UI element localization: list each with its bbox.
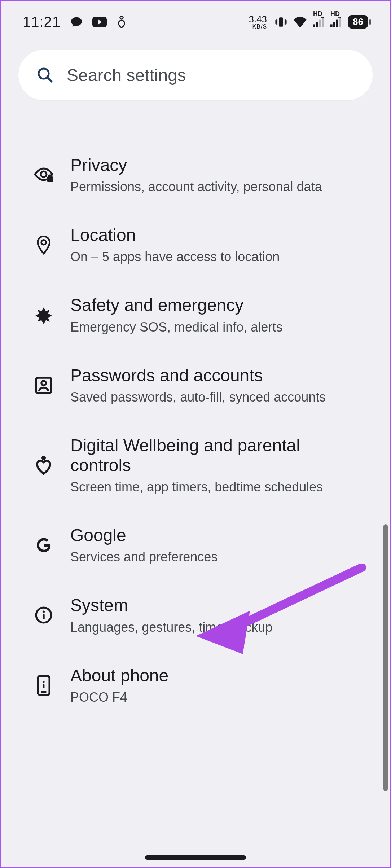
setting-subtitle: Languages, gestures, time, backup: [70, 619, 365, 635]
svg-point-24: [43, 681, 44, 683]
setting-passwords[interactable]: Passwords and accounts Saved passwords, …: [1, 350, 390, 420]
status-clock: 11:21: [23, 14, 61, 30]
status-bar: 11:21 3.43 KB/S HD HD 86: [1, 1, 390, 39]
setting-subtitle: Services and preferences: [70, 549, 365, 565]
svg-rect-8: [333, 22, 335, 27]
setting-title: Google: [70, 525, 365, 545]
wellbeing-icon: [34, 455, 54, 475]
setting-subtitle: Screen time, app timers, bedtime schedul…: [70, 479, 365, 495]
network-speed: 3.43 KB/S: [249, 14, 267, 30]
search-section: Search settings: [1, 39, 390, 115]
setting-system[interactable]: System Languages, gestures, time, backup: [1, 580, 390, 650]
setting-title: About phone: [70, 666, 365, 685]
search-bar[interactable]: Search settings: [18, 50, 373, 100]
signal-sim2-icon: HD: [330, 17, 342, 27]
svg-rect-7: [330, 24, 333, 27]
status-right: 3.43 KB/S HD HD 86: [249, 14, 368, 30]
info-icon: [34, 605, 54, 625]
svg-point-19: [41, 456, 46, 460]
phone-icon: [34, 675, 54, 696]
svg-rect-6: [322, 17, 324, 27]
setting-location[interactable]: Location On – 5 apps have access to loca…: [1, 210, 390, 280]
svg-point-18: [41, 381, 46, 385]
svg-rect-26: [41, 691, 47, 693]
setting-title: Location: [70, 225, 365, 245]
navigation-handle[interactable]: [145, 855, 246, 860]
svg-rect-22: [43, 614, 44, 619]
chat-icon: [70, 16, 83, 29]
svg-rect-4: [316, 22, 318, 27]
status-left: 11:21: [23, 14, 127, 30]
privacy-icon: [34, 165, 54, 185]
svg-rect-10: [339, 17, 341, 27]
youtube-icon: [92, 17, 107, 27]
signal-sim1-icon: HD: [313, 17, 325, 27]
svg-point-21: [43, 611, 45, 613]
setting-subtitle: POCO F4: [70, 689, 365, 705]
svg-point-16: [41, 240, 46, 245]
setting-title: Safety and emergency: [70, 295, 365, 315]
google-icon: [34, 535, 54, 555]
setting-subtitle: Saved passwords, auto-fill, synced accou…: [70, 389, 365, 405]
setting-wellbeing[interactable]: Digital Wellbeing and parental controls …: [1, 420, 390, 510]
location-icon: [34, 235, 54, 255]
svg-rect-25: [43, 684, 45, 688]
svg-point-1: [120, 16, 123, 19]
setting-title: System: [70, 595, 365, 615]
search-placeholder: Search settings: [67, 65, 186, 85]
battery-indicator: 86: [348, 15, 368, 29]
setting-subtitle: Emergency SOS, medical info, alerts: [70, 319, 365, 335]
setting-title: Passwords and accounts: [70, 365, 365, 385]
wifi-icon: [293, 16, 307, 28]
svg-line-12: [48, 78, 52, 82]
setting-subtitle: Permissions, account activity, personal …: [70, 179, 365, 195]
setting-safety[interactable]: Safety and emergency Emergency SOS, medi…: [1, 280, 390, 350]
setting-about-phone[interactable]: About phone POCO F4: [1, 650, 390, 720]
setting-privacy[interactable]: Privacy Permissions, account activity, p…: [1, 140, 390, 210]
svg-rect-2: [279, 17, 283, 27]
settings-list: Privacy Permissions, account activity, p…: [1, 115, 390, 720]
medical-icon: [34, 305, 54, 325]
setting-title: Privacy: [70, 155, 365, 175]
search-icon: [36, 66, 54, 84]
setting-google[interactable]: Google Services and preferences: [1, 510, 390, 580]
svg-rect-3: [313, 24, 315, 27]
vibrate-icon: [275, 16, 287, 29]
scrollbar-thumb[interactable]: [383, 524, 388, 791]
svg-point-13: [41, 171, 47, 177]
svg-rect-9: [336, 19, 338, 27]
setting-title: Digital Wellbeing and parental controls: [70, 435, 365, 475]
setting-subtitle: On – 5 apps have access to location: [70, 249, 365, 265]
svg-rect-5: [319, 19, 321, 27]
location-share-icon: [116, 16, 127, 28]
account-box-icon: [34, 375, 54, 395]
